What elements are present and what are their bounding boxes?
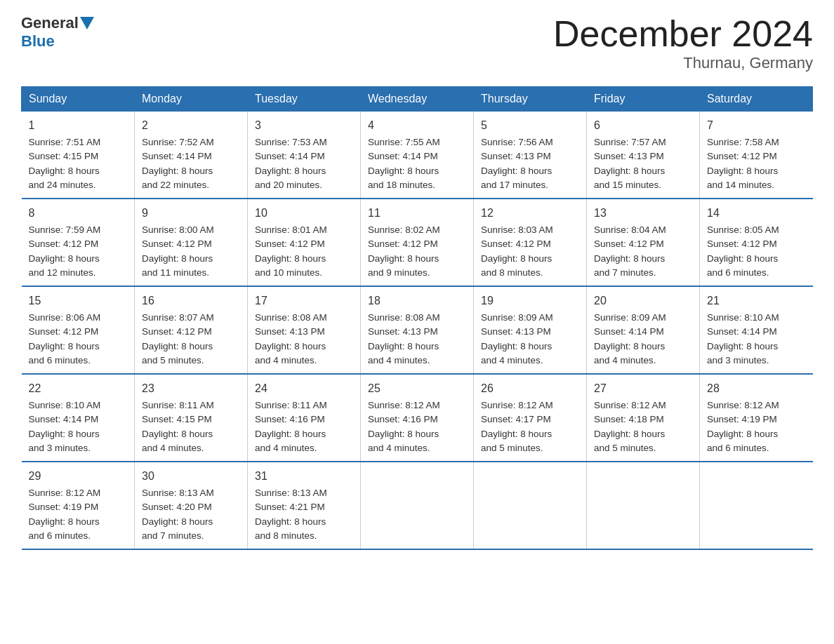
day-number: 12 <box>481 205 579 222</box>
daylight-value: and 4 minutes. <box>255 355 317 365</box>
sunrise-text: Sunrise: 8:12 AM <box>594 400 666 410</box>
sunset-text: Sunset: 4:13 PM <box>481 151 551 161</box>
daylight-value: and 7 minutes. <box>142 530 204 541</box>
sunrise-text: Sunrise: 8:12 AM <box>29 488 101 498</box>
daylight-value: and 3 minutes. <box>707 355 769 365</box>
calendar-cell: 19Sunrise: 8:09 AMSunset: 4:13 PMDayligh… <box>474 286 587 374</box>
calendar-cell <box>474 462 587 549</box>
day-number: 3 <box>255 117 353 134</box>
calendar-cell: 4Sunrise: 7:55 AMSunset: 4:14 PMDaylight… <box>361 112 474 199</box>
sunrise-text: Sunrise: 7:57 AM <box>594 137 666 147</box>
calendar-cell <box>700 462 813 549</box>
sunset-text: Sunset: 4:12 PM <box>142 239 212 249</box>
daylight-value: and 4 minutes. <box>368 355 430 365</box>
title-area: December 2024 Thurnau, Germany <box>553 14 813 72</box>
sunset-text: Sunset: 4:12 PM <box>594 239 664 249</box>
sunset-text: Sunset: 4:12 PM <box>707 239 777 249</box>
daylight-value: and 22 minutes. <box>142 180 209 190</box>
calendar-cell: 16Sunrise: 8:07 AMSunset: 4:12 PMDayligh… <box>135 286 248 374</box>
sunset-text: Sunset: 4:12 PM <box>481 239 551 249</box>
calendar-cell: 17Sunrise: 8:08 AMSunset: 4:13 PMDayligh… <box>248 286 361 374</box>
calendar-cell: 22Sunrise: 8:10 AMSunset: 4:14 PMDayligh… <box>22 374 135 462</box>
calendar-cell: 29Sunrise: 8:12 AMSunset: 4:19 PMDayligh… <box>22 462 135 549</box>
sunset-text: Sunset: 4:15 PM <box>29 151 99 161</box>
daylight-label: Daylight: 8 hours <box>29 516 100 527</box>
day-number: 29 <box>29 468 128 485</box>
sunrise-text: Sunrise: 8:06 AM <box>29 312 101 323</box>
week-row-4: 22Sunrise: 8:10 AMSunset: 4:14 PMDayligh… <box>22 374 813 462</box>
daylight-value: and 6 minutes. <box>707 443 769 453</box>
sunrise-text: Sunrise: 8:09 AM <box>594 312 666 323</box>
sunset-text: Sunset: 4:13 PM <box>481 326 551 337</box>
day-number: 16 <box>142 293 240 309</box>
sunset-text: Sunset: 4:12 PM <box>255 239 325 249</box>
sunset-text: Sunset: 4:13 PM <box>594 151 664 161</box>
daylight-label: Daylight: 8 hours <box>29 166 100 176</box>
day-number: 6 <box>594 117 692 134</box>
daylight-value: and 12 minutes. <box>29 267 96 278</box>
sunrise-text: Sunrise: 8:12 AM <box>707 400 779 410</box>
day-number: 26 <box>481 380 579 397</box>
daylight-value: and 5 minutes. <box>481 443 543 453</box>
col-friday: Friday <box>587 87 700 112</box>
calendar-cell: 5Sunrise: 7:56 AMSunset: 4:13 PMDaylight… <box>474 112 587 199</box>
calendar-body: 1Sunrise: 7:51 AMSunset: 4:15 PMDaylight… <box>22 112 813 550</box>
calendar-cell: 23Sunrise: 8:11 AMSunset: 4:15 PMDayligh… <box>135 374 248 462</box>
sunset-text: Sunset: 4:14 PM <box>368 151 438 161</box>
calendar-cell: 28Sunrise: 8:12 AMSunset: 4:19 PMDayligh… <box>700 374 813 462</box>
daylight-label: Daylight: 8 hours <box>481 341 552 351</box>
day-number: 28 <box>707 380 806 397</box>
sunset-text: Sunset: 4:21 PM <box>255 502 325 512</box>
sunset-text: Sunset: 4:14 PM <box>707 326 777 337</box>
col-monday: Monday <box>135 87 248 112</box>
sunrise-text: Sunrise: 8:03 AM <box>481 224 553 235</box>
calendar-cell: 13Sunrise: 8:04 AMSunset: 4:12 PMDayligh… <box>587 199 700 286</box>
location-text: Thurnau, Germany <box>553 54 813 72</box>
daylight-label: Daylight: 8 hours <box>255 253 326 264</box>
calendar-cell: 12Sunrise: 8:03 AMSunset: 4:12 PMDayligh… <box>474 199 587 286</box>
day-number: 14 <box>707 205 806 222</box>
daylight-value: and 17 minutes. <box>481 180 548 190</box>
daylight-value: and 3 minutes. <box>29 443 91 453</box>
daylight-label: Daylight: 8 hours <box>707 166 778 176</box>
sunset-text: Sunset: 4:18 PM <box>594 414 664 424</box>
daylight-label: Daylight: 8 hours <box>707 253 778 264</box>
sunset-text: Sunset: 4:20 PM <box>142 502 212 512</box>
sunrise-text: Sunrise: 8:13 AM <box>255 488 327 498</box>
daylight-value: and 15 minutes. <box>594 180 661 190</box>
day-number: 19 <box>481 293 579 309</box>
daylight-value: and 4 minutes. <box>368 443 430 453</box>
month-title: December 2024 <box>553 14 813 54</box>
sunset-text: Sunset: 4:12 PM <box>29 239 99 249</box>
day-number: 27 <box>594 380 692 397</box>
day-number: 24 <box>255 380 353 397</box>
calendar-cell: 7Sunrise: 7:58 AMSunset: 4:12 PMDaylight… <box>700 112 813 199</box>
daylight-label: Daylight: 8 hours <box>594 341 665 351</box>
daylight-label: Daylight: 8 hours <box>368 341 439 351</box>
daylight-label: Daylight: 8 hours <box>368 166 439 176</box>
calendar-cell: 15Sunrise: 8:06 AMSunset: 4:12 PMDayligh… <box>22 286 135 374</box>
sunrise-text: Sunrise: 8:02 AM <box>368 224 440 235</box>
sunset-text: Sunset: 4:16 PM <box>368 414 438 424</box>
day-number: 25 <box>368 380 466 397</box>
calendar-cell: 18Sunrise: 8:08 AMSunset: 4:13 PMDayligh… <box>361 286 474 374</box>
daylight-label: Daylight: 8 hours <box>594 253 665 264</box>
sunrise-text: Sunrise: 7:56 AM <box>481 137 553 147</box>
sunset-text: Sunset: 4:14 PM <box>29 414 99 424</box>
sunrise-text: Sunrise: 7:51 AM <box>29 137 101 147</box>
sunset-text: Sunset: 4:13 PM <box>255 326 325 337</box>
daylight-label: Daylight: 8 hours <box>707 341 778 351</box>
daylight-label: Daylight: 8 hours <box>481 166 552 176</box>
day-number: 1 <box>29 117 128 134</box>
daylight-value: and 4 minutes. <box>142 443 204 453</box>
day-number: 11 <box>368 205 466 222</box>
col-saturday: Saturday <box>700 87 813 112</box>
page-header: General Blue December 2024 Thurnau, Germ… <box>21 14 813 72</box>
calendar-cell: 21Sunrise: 8:10 AMSunset: 4:14 PMDayligh… <box>700 286 813 374</box>
daylight-value: and 8 minutes. <box>481 267 543 278</box>
daylight-value: and 5 minutes. <box>142 355 204 365</box>
sunset-text: Sunset: 4:16 PM <box>255 414 325 424</box>
week-row-3: 15Sunrise: 8:06 AMSunset: 4:12 PMDayligh… <box>22 286 813 374</box>
logo-blue-text: Blue <box>21 32 55 50</box>
sunset-text: Sunset: 4:12 PM <box>29 326 99 337</box>
